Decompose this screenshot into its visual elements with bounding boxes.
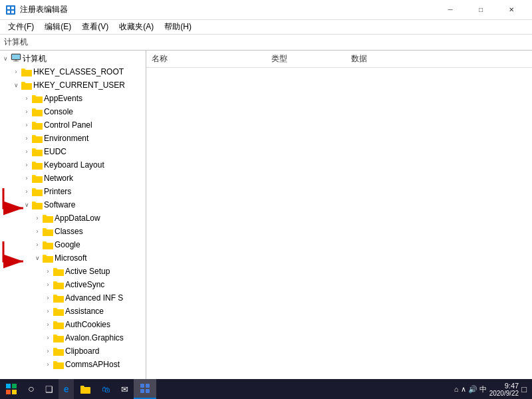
tree-item-authcookies[interactable]: › AuthCookies — [0, 318, 146, 331]
expand-icon[interactable]: › — [21, 106, 32, 117]
folder-icon — [53, 307, 64, 316]
expand-icon[interactable]: ∨ — [32, 253, 43, 263]
clock-time: 9:47 — [489, 382, 519, 390]
tree-item-activesync[interactable]: › ActiveSync — [0, 278, 146, 291]
expand-icon[interactable]: › — [32, 239, 43, 250]
tree-item-active_setup[interactable]: › Active Setup — [0, 265, 146, 278]
expand-icon[interactable]: › — [11, 66, 21, 77]
tree-item-hkey_current_user[interactable]: ∨ HKEY_CURRENT_USER — [0, 78, 146, 92]
tree-item-assistance[interactable]: › Assistance — [0, 305, 146, 318]
tree-item-clipboard[interactable]: › Clipboard — [0, 344, 146, 358]
tree-item-console[interactable]: › Console — [0, 105, 146, 118]
tree-item-eudc[interactable]: › EUDC — [0, 145, 146, 158]
tree-item-label: Active Setup — [65, 267, 110, 276]
expand-icon[interactable]: › — [32, 226, 43, 237]
search-button[interactable]: ○ — [23, 379, 40, 399]
menu-help[interactable]: 帮助(H) — [159, 20, 197, 34]
menu-edit[interactable]: 编辑(E) — [39, 20, 76, 34]
tree-item-label: Microsoft — [55, 253, 87, 263]
expand-icon[interactable]: › — [43, 279, 53, 290]
svg-rect-4 — [11, 11, 14, 13]
tree-item-avalon_graphics[interactable]: › Avalon.Graphics — [0, 331, 146, 344]
expand-icon[interactable]: › — [43, 306, 53, 317]
start-button[interactable] — [0, 379, 23, 399]
taskview-button[interactable]: ❑ — [40, 379, 59, 399]
close-button[interactable]: ✕ — [496, 0, 527, 20]
svg-rect-16 — [146, 389, 150, 393]
svg-rect-7 — [15, 60, 17, 61]
store-button[interactable]: 🛍 — [96, 379, 116, 399]
title-bar: 注册表编辑器 ─ □ ✕ — [0, 0, 532, 20]
folder-icon — [43, 227, 53, 236]
edge-button[interactable]: e — [59, 379, 74, 399]
col-data-header: 数据 — [346, 52, 532, 66]
tree-item-control_panel[interactable]: › Control Panel — [0, 118, 146, 132]
expand-icon[interactable]: › — [43, 359, 53, 370]
expand-icon[interactable]: › — [21, 186, 32, 197]
tree-panel[interactable]: ∨ 计算机› HKEY_CLASSES_ROOT∨ HKEY_CURRENT_U… — [0, 51, 146, 379]
expand-icon[interactable]: › — [21, 160, 32, 170]
tree-item-label: CommsAPHost — [65, 360, 120, 369]
expand-icon[interactable]: ∨ — [21, 200, 32, 210]
tree-item-google[interactable]: › Google — [0, 238, 146, 251]
expand-icon[interactable]: › — [21, 93, 32, 104]
tree-item-printers[interactable]: › Printers — [0, 185, 146, 198]
registry-button[interactable] — [134, 379, 156, 399]
expand-icon[interactable]: › — [43, 293, 53, 303]
tree-item-label: Keyboard Layout — [44, 160, 104, 170]
expand-icon[interactable]: › — [21, 146, 32, 157]
folder-icon — [32, 120, 43, 130]
menu-file[interactable]: 文件(F) — [3, 20, 39, 34]
tree-item-network[interactable]: › Network — [0, 172, 146, 185]
explorer-button[interactable] — [74, 379, 96, 399]
minimize-button[interactable]: ─ — [435, 0, 466, 20]
tree-item-appdatalow[interactable]: › AppDataLow — [0, 211, 146, 225]
address-label: 计算机 — [4, 37, 28, 48]
expand-icon[interactable]: › — [21, 120, 32, 130]
tree-item-environment[interactable]: › Environment — [0, 132, 146, 145]
folder-icon — [53, 293, 64, 303]
tree-item-label: Clipboard — [65, 346, 99, 356]
maximize-button[interactable]: □ — [466, 0, 496, 20]
tree-item-commsaphost[interactable]: › CommsAPHost — [0, 358, 146, 371]
tree-item-label: Advanced INF S — [65, 293, 123, 303]
window-title: 注册表编辑器 — [20, 4, 68, 15]
folder-icon — [21, 80, 32, 90]
title-left: 注册表编辑器 — [5, 4, 68, 15]
tree-item-classes[interactable]: › Classes — [0, 225, 146, 238]
expand-icon[interactable]: ∨ — [11, 80, 21, 90]
tree-item-label: ActiveSync — [65, 280, 104, 289]
notification-icon[interactable]: □ — [521, 384, 527, 394]
tree-item-software[interactable]: ∨ Software — [0, 198, 146, 211]
mail-button[interactable]: ✉ — [116, 379, 134, 399]
folder-icon — [32, 134, 43, 143]
tree-item-label: EUDC — [44, 147, 66, 156]
expand-icon[interactable]: › — [32, 213, 43, 223]
tree-item-label: Software — [44, 200, 75, 209]
folder-icon — [53, 346, 64, 356]
expand-icon[interactable]: ∨ — [0, 53, 11, 64]
tree-item-microsoft[interactable]: ∨ Microsoft — [0, 251, 146, 265]
menu-view[interactable]: 查看(V) — [76, 20, 114, 34]
tree-item-advanced_inf[interactable]: › Advanced INF S — [0, 291, 146, 305]
expand-icon[interactable]: › — [21, 133, 32, 144]
folder-icon — [53, 267, 64, 276]
svg-rect-11 — [6, 390, 11, 394]
svg-rect-14 — [146, 384, 150, 388]
expand-icon[interactable]: › — [21, 173, 32, 184]
tree-item-appevents[interactable]: › AppEvents — [0, 92, 146, 105]
tree-item-keyboard_layout[interactable]: › Keyboard Layout — [0, 158, 146, 172]
expand-icon[interactable]: › — [43, 332, 53, 343]
folder-icon — [32, 107, 43, 116]
tree-item-hkey_classes_root[interactable]: › HKEY_CLASSES_ROOT — [0, 65, 146, 78]
menu-favorites[interactable]: 收藏夹(A) — [114, 20, 159, 34]
expand-icon[interactable]: › — [43, 266, 53, 277]
tree-item-computer[interactable]: ∨ 计算机 — [0, 52, 146, 65]
svg-rect-12 — [12, 390, 17, 394]
main-content: ∨ 计算机› HKEY_CLASSES_ROOT∨ HKEY_CURRENT_U… — [0, 51, 532, 379]
expand-icon[interactable]: › — [43, 319, 53, 330]
expand-icon[interactable]: › — [43, 346, 53, 356]
registry-taskbar-icon — [139, 382, 151, 394]
tree-item-label: AppEvents — [44, 94, 82, 103]
tree-item-label: Printers — [44, 187, 71, 196]
